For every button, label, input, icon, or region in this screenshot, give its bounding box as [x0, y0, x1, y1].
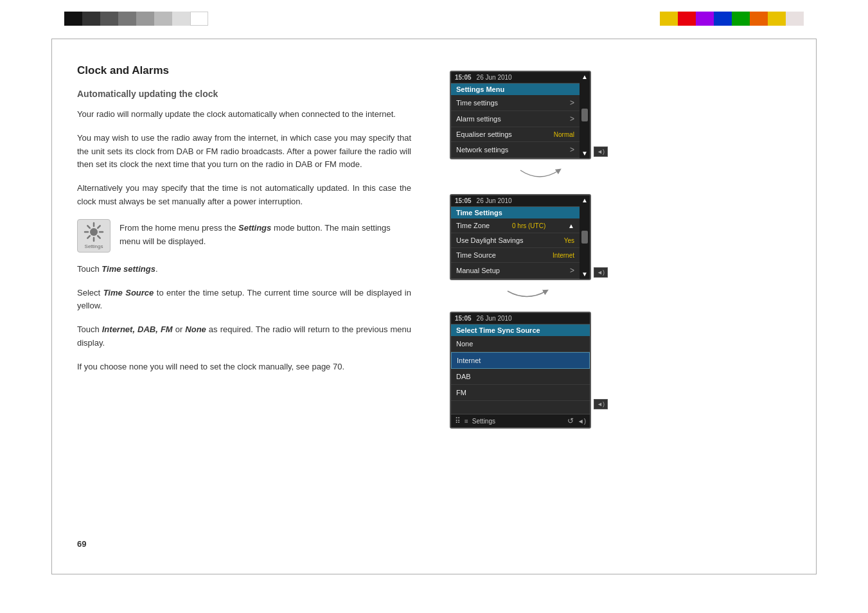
- screen1-item-2[interactable]: Equaliser settings Normal: [451, 127, 580, 142]
- volume-icon: ◄): [578, 418, 586, 425]
- arrow-2: [482, 288, 623, 304]
- screen1: 15:05 26 Jun 2010 Settings Menu Time set…: [450, 71, 591, 159]
- color-bar-left: [64, 12, 208, 26]
- back-icon[interactable]: ↺: [567, 416, 574, 425]
- screen2-item-2[interactable]: Time Source Internet: [451, 248, 580, 263]
- screen2-title: Time Settings: [451, 207, 580, 218]
- subsection-title: Automatically updating the clock: [77, 89, 411, 99]
- screen1-item-0-arrow: >: [570, 98, 574, 107]
- screen2-item-3-label: Manual Setup: [456, 267, 500, 274]
- screen1-item-3[interactable]: Network settings >: [451, 142, 580, 158]
- screen1-volume-area: ◄): [591, 71, 608, 159]
- screen2-item-0-label: Time Zone: [456, 222, 490, 229]
- paragraph-3: Alternatively you may specify that the t…: [77, 182, 411, 209]
- screen1-item-0-label: Time settings: [456, 99, 498, 107]
- screen3-item-none[interactable]: None: [451, 336, 590, 352]
- gear-icon: [84, 222, 104, 242]
- screen3-container: 15:05 26 Jun 2010 Select Time Sync Sourc…: [450, 312, 608, 429]
- step-2: Select Time Source to enter the time set…: [77, 287, 411, 314]
- color-bar-right: [660, 12, 804, 26]
- screen2-item-1[interactable]: Use Daylight Savings Yes: [451, 233, 580, 248]
- screen2-volume-area: ◄): [591, 194, 608, 280]
- screen2-volume: ◄): [594, 267, 608, 278]
- screen1-item-3-label: Network settings: [456, 146, 508, 154]
- screen1-header: 15:05 26 Jun 2010: [451, 72, 580, 84]
- settings-icon: Settings: [77, 219, 111, 253]
- screen3-volume: ◄): [594, 399, 608, 409]
- page-number: 69: [77, 539, 86, 549]
- page-border-right: [816, 39, 817, 574]
- scroll-down-arrow[interactable]: ▼: [581, 150, 588, 157]
- screen1-date: 26 Jun 2010: [477, 74, 512, 81]
- device-column: 15:05 26 Jun 2010 Settings Menu Time set…: [437, 51, 668, 562]
- paragraph-1: Your radio will normally update the cloc…: [77, 108, 411, 121]
- scroll-up-arrow[interactable]: ▲: [581, 73, 588, 80]
- screen2-scroll-up[interactable]: ▲: [581, 197, 588, 204]
- paragraph-2: You may wish to use the radio away from …: [77, 132, 411, 172]
- step-1: Touch Time settings.: [77, 263, 411, 276]
- screen1-title: Settings Menu: [451, 84, 580, 95]
- arrow-1: [488, 167, 630, 186]
- screen3-item-dab[interactable]: DAB: [451, 369, 590, 385]
- screen2-scroll-down[interactable]: ▼: [581, 271, 588, 278]
- screen1-time: 15:05: [455, 74, 472, 81]
- section-title: Clock and Alarms: [77, 64, 411, 77]
- screen2-scrollbar: ▲ ▼: [580, 195, 590, 279]
- screen2-time: 15:05: [455, 197, 472, 204]
- screen2-container: 15:05 26 Jun 2010 Time Settings Time Zon…: [450, 194, 608, 280]
- screen1-container: 15:05 26 Jun 2010 Settings Menu Time set…: [450, 71, 608, 159]
- text-column: Clock and Alarms Automatically updating …: [64, 51, 437, 562]
- dots-icon: ⠿: [455, 416, 461, 425]
- screen1-item-0[interactable]: Time settings >: [451, 95, 580, 111]
- screen3-time: 15:05: [455, 315, 472, 322]
- screen2-item-0-arrow: ▲: [568, 222, 574, 229]
- screen1-item-3-arrow: >: [570, 145, 574, 154]
- screen2-header: 15:05 26 Jun 2010: [451, 195, 580, 207]
- screen2: 15:05 26 Jun 2010 Time Settings Time Zon…: [450, 194, 591, 280]
- screen2-item-0[interactable]: Time Zone 0 hrs (UTC) ▲: [451, 218, 580, 233]
- screen3-volume-area: ◄): [591, 312, 608, 429]
- screen2-date: 26 Jun 2010: [477, 197, 512, 204]
- content-area: Clock and Alarms Automatically updating …: [64, 51, 804, 562]
- screen2-scroll-thumb: [581, 231, 588, 244]
- screen2-item-1-value: Yes: [564, 237, 574, 244]
- scroll-thumb: [581, 109, 588, 121]
- screen2-item-1-label: Use Daylight Savings: [456, 236, 524, 244]
- screen1-item-1-label: Alarm settings: [456, 115, 501, 123]
- bottom-settings-label: Settings: [472, 418, 563, 425]
- page-border-top: [51, 39, 817, 39]
- screen2-item-2-value: Internet: [553, 252, 574, 259]
- screen3-spacer: [451, 401, 590, 414]
- screen2-item-2-label: Time Source: [456, 251, 496, 259]
- icon-instruction-text: From the home menu press the Settings mo…: [120, 219, 411, 249]
- screen1-item-2-label: Equaliser settings: [456, 130, 512, 138]
- page-border-left: [51, 39, 52, 574]
- screen1-item-1[interactable]: Alarm settings >: [451, 111, 580, 127]
- step-4: If you choose none you will need to set …: [77, 360, 411, 374]
- screen3-title: Select Time Sync Source: [451, 324, 590, 336]
- screen3-header: 15:05 26 Jun 2010: [451, 313, 590, 324]
- screen2-item-3[interactable]: Manual Setup >: [451, 263, 580, 279]
- screen2-item-3-arrow: >: [570, 266, 574, 275]
- step-3: Touch Internet, DAB, FM or None as requi…: [77, 323, 411, 350]
- screen3-item-internet[interactable]: Internet: [451, 352, 590, 369]
- screen1-item-2-value: Normal: [554, 131, 574, 138]
- screen3-date: 26 Jun 2010: [477, 315, 512, 322]
- screen1-scrollbar: ▲ ▼: [580, 72, 590, 158]
- screen1-item-1-arrow: >: [570, 114, 574, 123]
- screen3: 15:05 26 Jun 2010 Select Time Sync Sourc…: [450, 312, 591, 429]
- screen3-item-fm[interactable]: FM: [451, 385, 590, 401]
- screen1-volume: ◄): [594, 147, 608, 157]
- equals-icon: ≡: [465, 418, 468, 425]
- screen3-bottom-bar: ⠿ ≡ Settings ↺ ◄): [451, 414, 590, 427]
- icon-instruction-row: Settings From the home menu press the Se…: [77, 219, 411, 253]
- screen2-item-0-value: 0 hrs (UTC): [512, 222, 545, 229]
- page-border-bottom: [51, 574, 817, 574]
